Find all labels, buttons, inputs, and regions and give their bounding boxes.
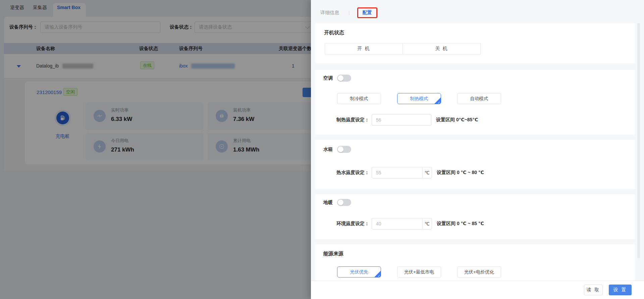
energy-pv-first-label: 光伏优先 bbox=[350, 269, 368, 275]
floor-toggle[interactable] bbox=[337, 199, 351, 206]
drawer-footer: 读 取 设 置 bbox=[311, 281, 644, 299]
energy-pv-price-opt-button[interactable]: 光伏+电价优化 bbox=[457, 266, 501, 277]
config-drawer: 详细信息 | 配置 开机状态 开 机 关 机 空调 制冷模式 制热模式 bbox=[311, 0, 644, 299]
power-state-title: 开机状态 bbox=[324, 30, 626, 36]
ac-temp-input[interactable]: 56 bbox=[372, 114, 431, 126]
tank-temp-input[interactable]: 55 ℃ bbox=[372, 167, 432, 178]
tank-range-hint: 设置区间 0 ℃ ~ 80 ℃ bbox=[437, 170, 484, 176]
tank-temp-label: 热水温度设定： bbox=[334, 170, 369, 176]
energy-mode-row: 光伏优先 ✓ 光伏+最低市电 光伏+电价优化 bbox=[337, 266, 627, 277]
energy-pv-min-grid-button[interactable]: 光伏+最低市电 bbox=[397, 266, 441, 277]
drawer-tab-details[interactable]: 详细信息 bbox=[320, 10, 339, 16]
celsius-unit: ℃ bbox=[422, 167, 432, 178]
toggle-knob bbox=[338, 75, 343, 81]
screen: 逆变器 采集器 Smart Box 设备序列号： 请输入设备序列号 设备状态： … bbox=[0, 0, 644, 299]
config-tab-highlight-box: 配置 bbox=[357, 7, 377, 18]
power-state-buttons: 开 机 关 机 bbox=[325, 43, 626, 54]
ac-mode-heat-button[interactable]: 制热模式 ✓ bbox=[397, 93, 441, 104]
ac-mode-heat-label: 制热模式 bbox=[410, 96, 428, 102]
toggle-knob bbox=[338, 200, 343, 205]
ac-mode-row: 制冷模式 制热模式 ✓ 自动模式 bbox=[337, 93, 627, 104]
tank-temp-row: 热水温度设定： 55 ℃ 设置区间 0 ℃ ~ 80 ℃ bbox=[334, 167, 627, 178]
ac-range-hint: 设置区间 0℃~85℃ bbox=[436, 117, 478, 123]
tank-temp-value: 55 bbox=[372, 170, 422, 175]
ac-temp-value: 56 bbox=[372, 117, 431, 123]
selected-check-icon: ✓ bbox=[374, 271, 381, 277]
energy-pv-first-button[interactable]: 光伏优先 ✓ bbox=[337, 266, 381, 277]
floor-temp-value: 40 bbox=[372, 221, 422, 226]
drawer-tab-separator: | bbox=[348, 10, 350, 15]
power-state-card: 开机状态 开 机 关 机 bbox=[315, 23, 635, 63]
ac-temp-label: 制热温度设定： bbox=[334, 117, 369, 123]
floor-temp-input[interactable]: 40 ℃ bbox=[372, 218, 432, 229]
set-button[interactable]: 设 置 bbox=[609, 285, 632, 295]
ac-header-row: 空调 bbox=[323, 75, 627, 82]
ac-mode-cool-button[interactable]: 制冷模式 bbox=[337, 93, 381, 104]
ac-toggle[interactable] bbox=[337, 75, 351, 82]
ac-title: 空调 bbox=[323, 75, 333, 81]
floor-header-row: 地暖 bbox=[323, 199, 627, 206]
celsius-unit: ℃ bbox=[422, 218, 432, 229]
floor-range-hint: 设置区间 0 ℃ ~ 85 ℃ bbox=[437, 221, 484, 227]
ac-mode-auto-button[interactable]: 自动模式 bbox=[457, 93, 501, 104]
selected-check-icon: ✓ bbox=[434, 97, 441, 104]
tank-header-row: 水箱 bbox=[323, 146, 627, 153]
drawer-tabbar: 详细信息 | 配置 bbox=[320, 7, 377, 19]
ac-temp-row: 制热温度设定： 56 设置区间 0℃~85℃ bbox=[334, 114, 627, 126]
floor-title: 地暖 bbox=[323, 200, 333, 206]
read-button[interactable]: 读 取 bbox=[584, 285, 603, 295]
floor-temp-label: 环境温度设定： bbox=[334, 221, 369, 227]
ac-card: 空调 制冷模式 制热模式 ✓ 自动模式 制热温度设定： 56 设置区间 0℃~8… bbox=[315, 70, 635, 135]
power-on-button[interactable]: 开 机 bbox=[325, 43, 403, 54]
power-off-button[interactable]: 关 机 bbox=[402, 43, 481, 54]
floor-card: 地暖 环境温度设定： 40 ℃ 设置区间 0 ℃ ~ 85 ℃ bbox=[315, 194, 635, 239]
tank-title: 水箱 bbox=[323, 146, 333, 153]
floor-temp-row: 环境温度设定： 40 ℃ 设置区间 0 ℃ ~ 85 ℃ bbox=[334, 218, 627, 229]
tank-toggle[interactable] bbox=[337, 146, 351, 153]
energy-source-title: 能源来源 bbox=[323, 251, 627, 257]
toggle-knob bbox=[338, 146, 343, 152]
drawer-tab-config[interactable]: 配置 bbox=[363, 10, 372, 15]
drawer-scrollbar[interactable] bbox=[637, 23, 640, 258]
tank-card: 水箱 热水温度设定： 55 ℃ 设置区间 0 ℃ ~ 80 ℃ bbox=[315, 140, 635, 189]
